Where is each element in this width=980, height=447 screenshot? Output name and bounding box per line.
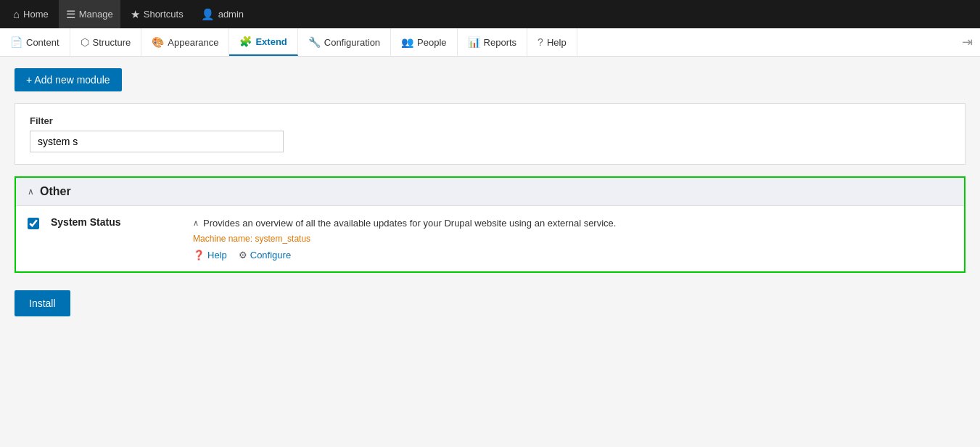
module-links: ❓ Help ⚙ Configure [193,250,952,261]
reports-icon: 📊 [468,36,480,48]
module-group-other: ∧ Other System Status ∧ Provides an over… [15,176,965,273]
home-icon: ⌂ [13,8,20,20]
module-help-link[interactable]: ❓ Help [193,250,227,261]
nav-item-configuration[interactable]: 🔧 Configuration [298,28,391,56]
nav-item-help[interactable]: ? Help [527,28,577,56]
module-desc-block: ∧ Provides an overview of all the availa… [193,216,952,261]
user-icon: 👤 [201,8,215,21]
extend-icon: 🧩 [239,36,252,47]
configuration-icon: 🔧 [308,36,321,48]
help-circle-icon: ❓ [193,250,205,261]
filter-label: Filter [30,115,950,126]
admin-bar-shortcuts[interactable]: ★ Shortcuts [123,0,191,28]
filter-input[interactable] [30,131,284,152]
nav-item-extend[interactable]: 🧩 Extend [229,28,297,56]
main-content: + Add new module Filter ∧ Other System S… [0,57,980,328]
module-desc-header: ∧ Provides an overview of all the availa… [193,216,952,231]
chevron-up-icon: ∧ [193,218,199,228]
module-name-system-status: System Status [51,216,181,228]
table-row: System Status ∧ Provides an overview of … [16,206,964,271]
nav-item-content[interactable]: 📄 Content [0,28,70,56]
module-description: Provides an overview of all the availabl… [203,216,616,231]
module-configure-link[interactable]: ⚙ Configure [239,250,291,261]
admin-bar-home[interactable]: ⌂ Home [6,0,56,28]
add-new-module-button[interactable]: + Add new module [15,68,122,91]
secondary-nav: 📄 Content ⬡ Structure 🎨 Appearance 🧩 Ext… [0,28,980,57]
module-group-title: Other [40,185,71,198]
admin-bar-admin[interactable]: 👤 admin [194,0,251,28]
nav-item-structure[interactable]: ⬡ Structure [70,28,142,56]
module-group-header-other[interactable]: ∧ Other [16,178,964,206]
system-status-checkbox[interactable] [28,218,39,229]
people-icon: 👥 [401,36,413,48]
nav-item-reports[interactable]: 📊 Reports [458,28,528,56]
content-icon: 📄 [10,36,22,48]
filter-box: Filter [15,103,965,165]
help-icon: ? [538,36,543,48]
manage-icon: ☰ [66,8,75,21]
admin-bar-manage[interactable]: ☰ Manage [59,0,120,28]
chevron-up-icon: ∧ [28,186,34,197]
gear-icon: ⚙ [239,250,247,261]
admin-bar: ⌂ Home ☰ Manage ★ Shortcuts 👤 admin [0,0,980,28]
star-icon: ★ [131,8,140,21]
nav-expand[interactable]: ⇥ [955,34,980,50]
nav-item-people[interactable]: 👥 People [391,28,457,56]
appearance-icon: 🎨 [152,36,164,48]
nav-item-appearance[interactable]: 🎨 Appearance [141,28,229,56]
structure-icon: ⬡ [81,36,89,48]
install-button[interactable]: Install [15,290,70,316]
machine-name: Machine name: system_status [193,234,952,244]
